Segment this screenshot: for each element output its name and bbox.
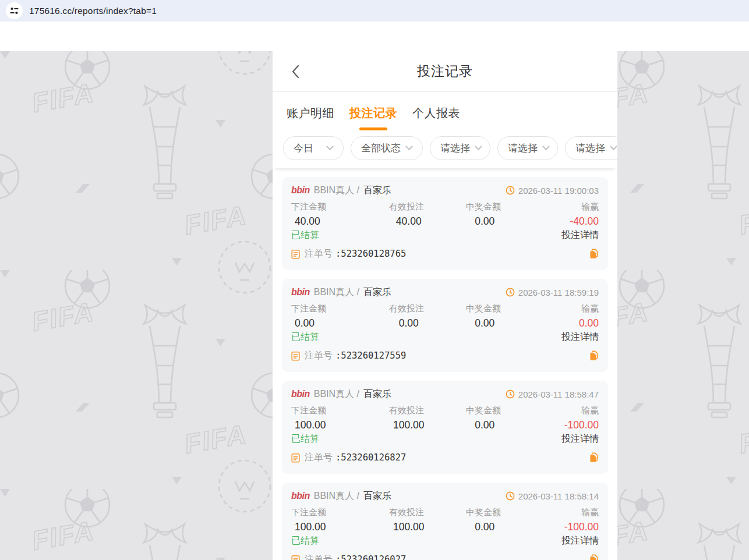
valid-bet-label: 有效投注 <box>368 507 445 518</box>
chevron-down-icon <box>326 146 334 151</box>
url-text[interactable]: 175616.cc/reports/index?tab=1 <box>29 6 157 16</box>
win-amount-label: 中奖金额 <box>445 303 522 314</box>
order-label: 注单号 <box>305 350 333 362</box>
win-amount-label: 中奖金额 <box>445 507 522 518</box>
provider-info: bbin BBIN真人 / 百家乐 <box>291 490 391 502</box>
clock-icon <box>506 491 515 501</box>
field-labels-row: 下注金额 有效投注 中奖金额 输赢 <box>291 201 599 212</box>
bet-record-card: bbin BBIN真人 / 百家乐 2026-03-11 19:00:03 下注… <box>282 177 608 270</box>
valid-bet-label: 有效投注 <box>368 201 445 212</box>
field-values-row: 0.00 0.00 0.00 0.00 <box>291 317 599 329</box>
bet-detail-link[interactable]: 投注详情 <box>561 331 599 343</box>
profit-label: 输赢 <box>522 405 599 416</box>
bet-amount-value: 0.00 <box>291 317 371 329</box>
filter-select[interactable]: 今日 <box>283 136 344 160</box>
order-number: :523260128765 <box>335 249 406 259</box>
bet-time: 2026-03-11 18:58:47 <box>506 389 599 399</box>
browser-address-bar[interactable]: 175616.cc/reports/index?tab=1 <box>0 0 749 22</box>
order-note-icon <box>291 351 300 361</box>
bet-amount-label: 下注金额 <box>291 405 368 416</box>
back-button[interactable] <box>291 65 299 79</box>
valid-bet-label: 有效投注 <box>368 405 445 416</box>
win-amount-label: 中奖金额 <box>445 405 522 416</box>
order-number: :523260126827 <box>335 452 406 463</box>
copy-icon <box>589 452 599 463</box>
app-header: 投注记录 <box>273 51 617 92</box>
win-amount-label: 中奖金额 <box>445 201 522 212</box>
bet-detail-link[interactable]: 投注详情 <box>561 433 599 445</box>
copy-order-button[interactable] <box>589 249 599 259</box>
valid-bet-label: 有效投注 <box>368 303 445 314</box>
bet-time: 2026-03-11 18:58:14 <box>506 491 599 501</box>
provider-name: BBIN真人 / <box>314 490 359 502</box>
bet-timestamp: 2026-03-11 18:58:47 <box>518 389 599 399</box>
bet-record-card: bbin BBIN真人 / 百家乐 2026-03-11 18:58:14 下注… <box>282 483 608 560</box>
tab[interactable]: 账户明细 <box>287 92 334 134</box>
provider-info: bbin BBIN真人 / 百家乐 <box>291 388 391 400</box>
order-label: 注单号 <box>305 452 333 464</box>
bet-time: 2026-03-11 19:00:03 <box>506 186 599 196</box>
win-amount-value: 0.00 <box>447 317 523 329</box>
records-list: bbin BBIN真人 / 百家乐 2026-03-11 19:00:03 下注… <box>273 168 617 560</box>
copy-order-button[interactable] <box>589 350 599 361</box>
provider-info: bbin BBIN真人 / 百家乐 <box>291 286 391 299</box>
status-row: 已结算 投注详情 <box>291 229 599 242</box>
bet-detail-link[interactable]: 投注详情 <box>561 535 599 547</box>
profit-value: -100.00 <box>523 419 599 431</box>
valid-bet-value: 40.00 <box>371 215 447 228</box>
profit-label: 输赢 <box>522 201 599 212</box>
provider-name: BBIN真人 / <box>314 286 359 299</box>
filter-select-value: 请选择 <box>575 141 605 155</box>
tab[interactable]: 投注记录 <box>349 92 397 134</box>
order-row: 注单号 :523260126027 <box>291 553 599 560</box>
chevron-down-icon <box>610 146 617 151</box>
valid-bet-value: 0.00 <box>371 317 447 329</box>
copy-icon <box>589 554 599 560</box>
order-label: 注单号 <box>305 554 333 560</box>
bet-amount-value: 100.00 <box>291 419 371 431</box>
tab[interactable]: 个人报表 <box>412 92 460 134</box>
win-amount-value: 0.00 <box>447 419 523 431</box>
filter-select-value: 请选择 <box>508 141 538 155</box>
bet-amount-value: 100.00 <box>291 521 371 533</box>
tab-bar: 账户明细 投注记录 个人报表 <box>273 92 617 134</box>
card-header-row: bbin BBIN真人 / 百家乐 2026-03-11 19:00:03 <box>291 184 599 197</box>
provider-name: BBIN真人 / <box>314 388 359 400</box>
status-row: 已结算 投注详情 <box>291 535 599 547</box>
game-name: 百家乐 <box>363 185 391 197</box>
bet-detail-link[interactable]: 投注详情 <box>561 229 599 242</box>
site-settings-chip[interactable] <box>6 2 23 19</box>
game-name: 百家乐 <box>363 286 391 299</box>
filter-select[interactable]: 请选择 <box>497 136 558 160</box>
filter-select[interactable]: 请选择 <box>565 136 617 160</box>
bet-record-card: bbin BBIN真人 / 百家乐 2026-03-11 18:58:47 下注… <box>282 381 608 474</box>
chevron-down-icon <box>475 146 482 151</box>
filter-select-value: 请选择 <box>440 141 470 155</box>
bet-amount-value: 40.00 <box>291 215 371 228</box>
game-name: 百家乐 <box>363 490 391 502</box>
status-row: 已结算 投注详情 <box>291 331 599 343</box>
copy-order-button[interactable] <box>589 452 599 463</box>
clock-icon <box>506 186 515 195</box>
bbin-logo: bbin <box>291 389 310 399</box>
status-badge: 已结算 <box>291 535 319 547</box>
clock-icon <box>506 389 515 399</box>
order-number: :523260127559 <box>335 350 406 361</box>
status-badge: 已结算 <box>291 331 319 343</box>
valid-bet-value: 100.00 <box>371 419 447 431</box>
active-tab-underline <box>359 127 387 130</box>
bet-timestamp: 2026-03-11 19:00:03 <box>518 186 599 196</box>
copy-order-button[interactable] <box>589 554 599 560</box>
order-note-icon <box>291 249 300 259</box>
filter-select[interactable]: 全部状态 <box>351 136 423 160</box>
order-note-icon <box>291 555 300 560</box>
filter-select-value: 今日 <box>294 141 313 155</box>
status-badge: 已结算 <box>291 433 319 445</box>
filter-select[interactable]: 请选择 <box>430 136 490 160</box>
field-labels-row: 下注金额 有效投注 中奖金额 输赢 <box>291 507 599 518</box>
chevron-down-icon <box>405 146 413 151</box>
clock-icon <box>506 288 515 297</box>
field-values-row: 40.00 40.00 0.00 -40.00 <box>291 215 599 228</box>
status-badge: 已结算 <box>291 229 319 242</box>
bet-time: 2026-03-11 18:59:19 <box>506 288 599 297</box>
